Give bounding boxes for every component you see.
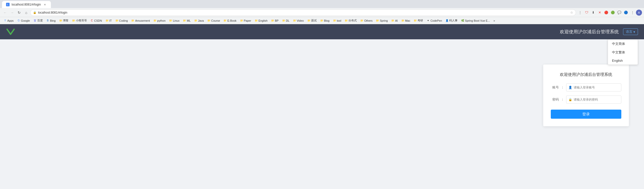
bookmark-python[interactable]: 📁 python xyxy=(152,18,167,23)
bookmark-apps[interactable]: ⠿ Apps xyxy=(2,18,15,23)
bookmark-bing[interactable]: B Bing xyxy=(45,18,57,23)
tab-favicon: L xyxy=(6,3,10,6)
folder-coding-icon: 📁 xyxy=(115,19,118,22)
navigation-bar: ← → ↻ ⌂ 🔒 localhost:8081/#/login ☆ ⋮ 🛡 ⬇… xyxy=(0,8,644,17)
address-bar[interactable]: 🔒 localhost:8081/#/login ☆ xyxy=(30,9,576,16)
bookmark-spring-label: Spring xyxy=(380,19,388,22)
close-x-icon[interactable]: ✕ xyxy=(597,10,603,16)
lang-option-english[interactable]: English xyxy=(608,57,638,65)
language-dropdown: 中文简体 中文繁体 English xyxy=(608,39,638,65)
bookmark-bing-label: Bing xyxy=(50,19,56,22)
marenshi-icon: 👤 xyxy=(445,19,448,22)
home-button[interactable]: ⌂ xyxy=(23,10,29,16)
bookmark-ai-label: AI xyxy=(395,19,398,22)
folder-java-icon: 📁 xyxy=(194,19,197,22)
bookmark-mac-label: Mac xyxy=(405,19,410,22)
bookmark-ai[interactable]: 📁 AI xyxy=(390,18,399,23)
settings-icon[interactable]: ⋮ xyxy=(629,10,635,16)
bookmark-spring[interactable]: 📁 Spring xyxy=(374,18,389,23)
bookmark-blogfolder[interactable]: 📁 Blog xyxy=(319,18,331,23)
bookmark-ebook-label: E-Book xyxy=(227,19,236,22)
bookmark-ebook[interactable]: 📁 E-Book xyxy=(222,18,238,23)
bookmark-blog[interactable]: 📁 博客 xyxy=(58,18,70,23)
bookmark-marenshi[interactable]: 👤 码人事 xyxy=(444,18,459,23)
bookmarks-bar: ⠿ Apps G Google 百 百度 B Bing 📁 博客 📁 小熊哥哥 … xyxy=(0,17,644,24)
language-label: 语言 xyxy=(626,29,632,34)
bookmark-codepen-label: CodePen xyxy=(430,19,442,22)
nav-right-icons: ⋮ 🛡 ⬇ ✕ 🔴 🟢 💬 🔵 ⋮ A xyxy=(577,10,642,16)
bookmark-ml[interactable]: 📁 ML xyxy=(181,18,192,23)
folder-interview-icon: 📁 xyxy=(307,19,310,22)
folder-kaoyuan-icon: 📁 xyxy=(414,19,417,22)
folder-english-icon: 📁 xyxy=(255,19,258,22)
bookmark-tool[interactable]: 📁 tool xyxy=(332,18,343,23)
bookmark-others[interactable]: 📁 Others xyxy=(359,18,374,23)
folder-python-icon: 📁 xyxy=(153,19,156,22)
bookmark-apps-label: Apps xyxy=(7,19,14,22)
bookmark-xiaoxiong[interactable]: 📁 小熊哥哥 xyxy=(71,18,88,23)
wechat-icon[interactable]: 💬 xyxy=(616,10,622,16)
password-input-wrap: 🔒 xyxy=(566,96,621,104)
bookmark-video[interactable]: 📁 Video xyxy=(292,18,305,23)
bookmark-codepen[interactable]: ✦ CodePen xyxy=(425,18,443,23)
kaspersky-icon[interactable]: 🛡 xyxy=(584,10,590,16)
bookmark-springboot[interactable]: 🌿 Spring Boot Vue E... xyxy=(460,18,491,23)
bookmark-kaoyuan[interactable]: 📁 考研 xyxy=(412,18,425,23)
folder-spring-icon: 📁 xyxy=(376,19,379,22)
active-tab[interactable]: L localhost:8081/#/login ✕ xyxy=(2,1,51,8)
bookmark-it[interactable]: 📁 IT xyxy=(104,18,113,23)
bookmark-bp-label: BP xyxy=(275,19,279,22)
csdn-icon: C xyxy=(90,19,93,22)
profile-avatar[interactable]: A xyxy=(636,10,642,16)
bookmark-dl[interactable]: 📁 DL xyxy=(281,18,291,23)
bookmark-course[interactable]: 📁 Course xyxy=(206,18,221,23)
bookmark-csdn[interactable]: C CSDN xyxy=(89,18,104,23)
bookmark-paper[interactable]: 📁 Paper xyxy=(239,18,253,23)
extension-3-icon[interactable]: 🔵 xyxy=(623,10,629,16)
bookmark-english-label: English xyxy=(259,19,268,22)
folder-paper-icon: 📁 xyxy=(240,19,243,22)
reload-button[interactable]: ↻ xyxy=(16,10,22,16)
folder-amusement-icon: 📁 xyxy=(131,19,134,22)
bookmark-english[interactable]: 📁 English xyxy=(253,18,269,23)
folder-video-icon: 📁 xyxy=(293,19,296,22)
bookmark-distributed[interactable]: 📁 分布式 xyxy=(343,18,358,23)
bookmark-coding[interactable]: 📁 Coding xyxy=(114,18,130,23)
bookmark-linux[interactable]: 📁 Linux xyxy=(168,18,181,23)
bookmark-baidu[interactable]: 百 百度 xyxy=(32,18,44,23)
bookmark-java[interactable]: 📁 Java xyxy=(193,18,205,23)
baidu-icon: 百 xyxy=(34,19,37,22)
extension-2-icon[interactable]: 🟢 xyxy=(610,10,616,16)
bookmark-java-label: Java xyxy=(198,19,204,22)
folder-ml-icon: 📁 xyxy=(183,19,186,22)
bookmark-blogfolder-label: Blog xyxy=(324,19,330,22)
tab-close-button[interactable]: ✕ xyxy=(43,3,47,7)
folder-blogfolder-icon: 📁 xyxy=(320,19,323,22)
language-button[interactable]: 语言 ▾ xyxy=(623,28,638,35)
bookmark-mac[interactable]: 📁 Mac xyxy=(400,18,412,23)
bookmark-bp[interactable]: 📁 BP xyxy=(270,18,280,23)
bookmark-star-icon[interactable]: ☆ xyxy=(570,11,573,14)
bookmark-kaoyuan-label: 考研 xyxy=(417,19,423,22)
password-input[interactable] xyxy=(574,98,619,101)
bookmark-others-label: Others xyxy=(364,19,372,22)
extensions-icon[interactable]: ⋮ xyxy=(577,10,583,16)
forward-button[interactable]: → xyxy=(9,10,15,16)
extension-1-icon[interactable]: 🔴 xyxy=(603,10,609,16)
login-button[interactable]: 登录 xyxy=(551,110,621,119)
bookmark-paper-label: Paper xyxy=(244,19,251,22)
folder-distributed-icon: 📁 xyxy=(345,19,348,22)
bookmark-interview[interactable]: 📁 面试 xyxy=(306,18,318,23)
lang-option-simplified[interactable]: 中文简体 xyxy=(608,40,638,48)
bookmark-amusement[interactable]: 📁 Amusement xyxy=(130,18,151,23)
username-input[interactable] xyxy=(574,86,619,89)
app-header: 欢迎使用沪尔浦后台管理系统 语言 ▾ xyxy=(0,24,644,39)
bookmark-google[interactable]: G Google xyxy=(16,18,31,23)
lang-option-traditional[interactable]: 中文繁体 xyxy=(608,48,638,57)
bookmark-blog-label: 博客 xyxy=(63,19,69,22)
bookmark-more[interactable]: » xyxy=(492,18,497,23)
back-button[interactable]: ← xyxy=(2,10,8,16)
download-icon[interactable]: ⬇ xyxy=(590,10,596,16)
folder-tool-icon: 📁 xyxy=(333,19,336,22)
google-icon: G xyxy=(17,19,20,22)
